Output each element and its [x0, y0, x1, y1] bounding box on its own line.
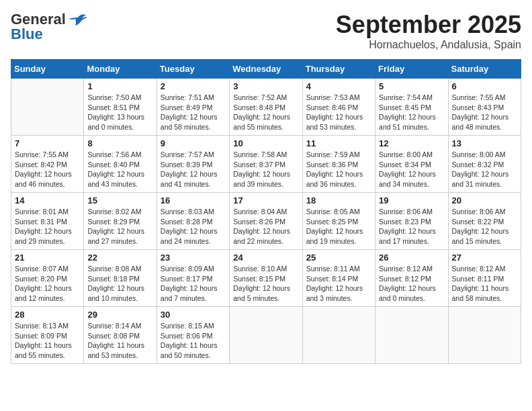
weekday-header: Tuesday: [157, 60, 229, 79]
day-info: Sunrise: 8:02 AM Sunset: 8:29 PM Dayligh…: [87, 207, 152, 246]
week-row: 7Sunrise: 7:55 AM Sunset: 8:42 PM Daylig…: [11, 136, 521, 193]
calendar-cell: 21Sunrise: 8:07 AM Sunset: 8:20 PM Dayli…: [11, 250, 84, 307]
day-info: Sunrise: 7:52 AM Sunset: 8:48 PM Dayligh…: [233, 93, 298, 132]
calendar-cell: [448, 307, 521, 364]
day-info: Sunrise: 7:55 AM Sunset: 8:43 PM Dayligh…: [452, 93, 517, 132]
logo: General Blue: [11, 11, 87, 43]
weekday-header: Sunday: [11, 60, 84, 79]
day-info: Sunrise: 7:54 AM Sunset: 8:45 PM Dayligh…: [379, 93, 444, 132]
day-number: 22: [87, 253, 152, 263]
calendar-cell: 30Sunrise: 8:15 AM Sunset: 8:06 PM Dayli…: [157, 307, 229, 364]
day-info: Sunrise: 8:06 AM Sunset: 8:22 PM Dayligh…: [452, 207, 517, 246]
day-number: 15: [87, 195, 152, 205]
day-number: 27: [452, 253, 517, 263]
calendar-cell: [375, 307, 448, 364]
weekday-header: Saturday: [448, 60, 521, 79]
calendar-table: SundayMondayTuesdayWednesdayThursdayFrid…: [11, 59, 521, 364]
day-number: 24: [233, 253, 298, 263]
week-row: 28Sunrise: 8:13 AM Sunset: 8:09 PM Dayli…: [11, 307, 521, 364]
day-number: 18: [306, 195, 371, 205]
calendar-cell: 20Sunrise: 8:06 AM Sunset: 8:22 PM Dayli…: [448, 193, 521, 250]
calendar-cell: 9Sunrise: 7:57 AM Sunset: 8:39 PM Daylig…: [157, 136, 229, 193]
day-number: 4: [306, 81, 371, 91]
day-number: 28: [15, 310, 80, 320]
calendar-cell: 18Sunrise: 8:05 AM Sunset: 8:25 PM Dayli…: [302, 193, 375, 250]
day-info: Sunrise: 7:51 AM Sunset: 8:49 PM Dayligh…: [161, 93, 226, 132]
day-info: Sunrise: 8:04 AM Sunset: 8:26 PM Dayligh…: [233, 207, 298, 246]
day-info: Sunrise: 8:05 AM Sunset: 8:25 PM Dayligh…: [306, 207, 371, 246]
day-info: Sunrise: 8:12 AM Sunset: 8:11 PM Dayligh…: [452, 264, 517, 304]
calendar-cell: 12Sunrise: 8:00 AM Sunset: 8:34 PM Dayli…: [375, 136, 448, 193]
calendar-cell: 26Sunrise: 8:12 AM Sunset: 8:12 PM Dayli…: [375, 250, 448, 307]
calendar-cell: 15Sunrise: 8:02 AM Sunset: 8:29 PM Dayli…: [84, 193, 157, 250]
day-info: Sunrise: 7:59 AM Sunset: 8:36 PM Dayligh…: [306, 150, 371, 189]
weekday-header: Friday: [375, 60, 448, 79]
calendar-cell: 2Sunrise: 7:51 AM Sunset: 8:49 PM Daylig…: [157, 79, 229, 136]
day-number: 7: [15, 138, 80, 148]
day-info: Sunrise: 8:01 AM Sunset: 8:31 PM Dayligh…: [15, 207, 80, 246]
weekday-header: Wednesday: [230, 60, 302, 79]
month-title: September 2025: [336, 11, 521, 39]
location: Hornachuelos, Andalusia, Spain: [336, 39, 521, 51]
day-number: 23: [161, 253, 226, 263]
week-row: 21Sunrise: 8:07 AM Sunset: 8:20 PM Dayli…: [11, 250, 521, 307]
calendar-cell: 14Sunrise: 8:01 AM Sunset: 8:31 PM Dayli…: [11, 193, 84, 250]
day-info: Sunrise: 7:57 AM Sunset: 8:39 PM Dayligh…: [161, 150, 226, 189]
calendar-cell: [230, 307, 302, 364]
day-info: Sunrise: 8:12 AM Sunset: 8:12 PM Dayligh…: [379, 264, 444, 304]
calendar-cell: 22Sunrise: 8:08 AM Sunset: 8:18 PM Dayli…: [84, 250, 157, 307]
day-number: 8: [87, 138, 152, 148]
day-info: Sunrise: 7:56 AM Sunset: 8:40 PM Dayligh…: [87, 150, 152, 189]
calendar-cell: 8Sunrise: 7:56 AM Sunset: 8:40 PM Daylig…: [84, 136, 157, 193]
day-number: 3: [233, 81, 298, 91]
day-number: 9: [161, 138, 226, 148]
day-number: 17: [233, 195, 298, 205]
calendar-cell: 5Sunrise: 7:54 AM Sunset: 8:45 PM Daylig…: [375, 79, 448, 136]
day-info: Sunrise: 8:00 AM Sunset: 8:32 PM Dayligh…: [452, 150, 517, 189]
calendar-cell: 13Sunrise: 8:00 AM Sunset: 8:32 PM Dayli…: [448, 136, 521, 193]
week-row: 14Sunrise: 8:01 AM Sunset: 8:31 PM Dayli…: [11, 193, 521, 250]
calendar-cell: 23Sunrise: 8:09 AM Sunset: 8:17 PM Dayli…: [157, 250, 229, 307]
day-number: 2: [161, 81, 226, 91]
calendar-cell: 6Sunrise: 7:55 AM Sunset: 8:43 PM Daylig…: [448, 79, 521, 136]
weekday-header: Thursday: [302, 60, 375, 79]
day-number: 12: [379, 138, 444, 148]
day-info: Sunrise: 7:53 AM Sunset: 8:46 PM Dayligh…: [306, 93, 371, 132]
logo-bird-icon: [69, 12, 87, 27]
week-row: 1Sunrise: 7:50 AM Sunset: 8:51 PM Daylig…: [11, 79, 521, 136]
day-number: 26: [379, 253, 444, 263]
calendar-cell: 27Sunrise: 8:12 AM Sunset: 8:11 PM Dayli…: [448, 250, 521, 307]
calendar-cell: [11, 79, 84, 136]
day-info: Sunrise: 8:13 AM Sunset: 8:09 PM Dayligh…: [15, 321, 80, 361]
day-number: 16: [161, 195, 226, 205]
calendar-cell: 11Sunrise: 7:59 AM Sunset: 8:36 PM Dayli…: [302, 136, 375, 193]
calendar-cell: 3Sunrise: 7:52 AM Sunset: 8:48 PM Daylig…: [230, 79, 302, 136]
logo-blue: Blue: [11, 26, 43, 43]
calendar-cell: 4Sunrise: 7:53 AM Sunset: 8:46 PM Daylig…: [302, 79, 375, 136]
day-info: Sunrise: 7:58 AM Sunset: 8:37 PM Dayligh…: [233, 150, 298, 189]
calendar-cell: [302, 307, 375, 364]
calendar-cell: 10Sunrise: 7:58 AM Sunset: 8:37 PM Dayli…: [230, 136, 302, 193]
day-number: 10: [233, 138, 298, 148]
day-info: Sunrise: 8:08 AM Sunset: 8:18 PM Dayligh…: [87, 264, 152, 304]
weekday-header-row: SundayMondayTuesdayWednesdayThursdayFrid…: [11, 60, 521, 79]
calendar-cell: 29Sunrise: 8:14 AM Sunset: 8:08 PM Dayli…: [84, 307, 157, 364]
day-info: Sunrise: 7:50 AM Sunset: 8:51 PM Dayligh…: [87, 93, 152, 132]
day-number: 21: [15, 253, 80, 263]
day-number: 20: [452, 195, 517, 205]
day-info: Sunrise: 8:00 AM Sunset: 8:34 PM Dayligh…: [379, 150, 444, 189]
day-info: Sunrise: 8:15 AM Sunset: 8:06 PM Dayligh…: [161, 321, 226, 361]
day-number: 25: [306, 253, 371, 263]
calendar-cell: 25Sunrise: 8:11 AM Sunset: 8:14 PM Dayli…: [302, 250, 375, 307]
calendar-cell: 19Sunrise: 8:06 AM Sunset: 8:23 PM Dayli…: [375, 193, 448, 250]
calendar-cell: 7Sunrise: 7:55 AM Sunset: 8:42 PM Daylig…: [11, 136, 84, 193]
day-number: 5: [379, 81, 444, 91]
day-info: Sunrise: 7:55 AM Sunset: 8:42 PM Dayligh…: [15, 150, 80, 189]
day-number: 6: [452, 81, 517, 91]
calendar-cell: 1Sunrise: 7:50 AM Sunset: 8:51 PM Daylig…: [84, 79, 157, 136]
day-number: 29: [87, 310, 152, 320]
calendar-cell: 24Sunrise: 8:10 AM Sunset: 8:15 PM Dayli…: [230, 250, 302, 307]
day-number: 19: [379, 195, 444, 205]
day-number: 30: [161, 310, 226, 320]
day-info: Sunrise: 8:03 AM Sunset: 8:28 PM Dayligh…: [161, 207, 226, 246]
